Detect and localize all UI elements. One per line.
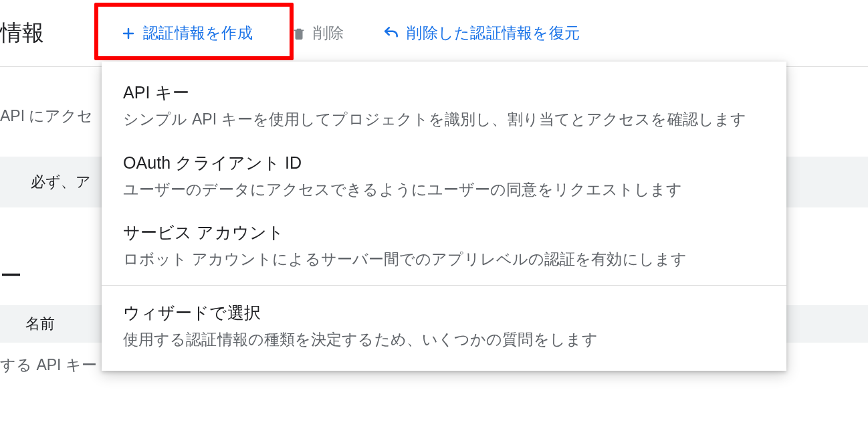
create-credentials-button[interactable]: 認証情報を作成	[111, 16, 262, 50]
page-title: 情報	[0, 18, 44, 48]
menu-item-title: API キー	[123, 82, 765, 104]
delete-button-label: 削除	[313, 23, 344, 44]
trash-icon	[292, 26, 306, 41]
restore-button-label: 削除した認証情報を復元	[407, 23, 580, 44]
api-access-text: API にアクセ	[0, 106, 93, 126]
toolbar: 情報 認証情報を作成 削除 削除した認証情報を復元	[0, 0, 868, 67]
name-column: 名前	[0, 314, 55, 334]
delete-button[interactable]: 削除	[282, 16, 354, 50]
undo-icon	[383, 25, 400, 42]
menu-item-title: ウィザードで選択	[123, 302, 765, 324]
warning-text: 必ず、ア	[0, 172, 91, 192]
menu-item-desc: ロボット アカウントによるサーバー間でのアプリレベルの認証を有効にします	[123, 248, 765, 272]
menu-item-desc: シンプル API キーを使用してプロジェクトを識別し、割り当てとアクセスを確認し…	[123, 108, 765, 132]
menu-item-service-account[interactable]: サービス アカウント ロボット アカウントによるサーバー間でのアプリレベルの認証…	[102, 211, 786, 281]
create-button-label: 認証情報を作成	[143, 23, 253, 44]
menu-item-oauth-client[interactable]: OAuth クライアント ID ユーザーのデータにアクセスできるようにユーザーの…	[102, 141, 786, 211]
menu-item-wizard[interactable]: ウィザードで選択 使用する認証情報の種類を決定するため、いくつかの質問をします	[102, 291, 786, 361]
menu-item-title: サービス アカウント	[123, 222, 765, 244]
create-credentials-dropdown: API キー シンプル API キーを使用してプロジェクトを識別し、割り当てとア…	[102, 62, 786, 371]
restore-button[interactable]: 削除した認証情報を復元	[373, 16, 589, 50]
menu-item-api-key[interactable]: API キー シンプル API キーを使用してプロジェクトを識別し、割り当てとア…	[102, 71, 786, 141]
api-key-row-text: する API キー	[0, 355, 97, 375]
plus-icon	[120, 25, 136, 41]
menu-item-desc: 使用する認証情報の種類を決定するため、いくつかの質問をします	[123, 328, 765, 352]
key-section-heading: ー	[0, 261, 22, 291]
menu-item-title: OAuth クライアント ID	[123, 152, 765, 174]
menu-divider	[102, 285, 786, 286]
menu-item-desc: ユーザーのデータにアクセスできるようにユーザーの同意をリクエストします	[123, 178, 765, 202]
